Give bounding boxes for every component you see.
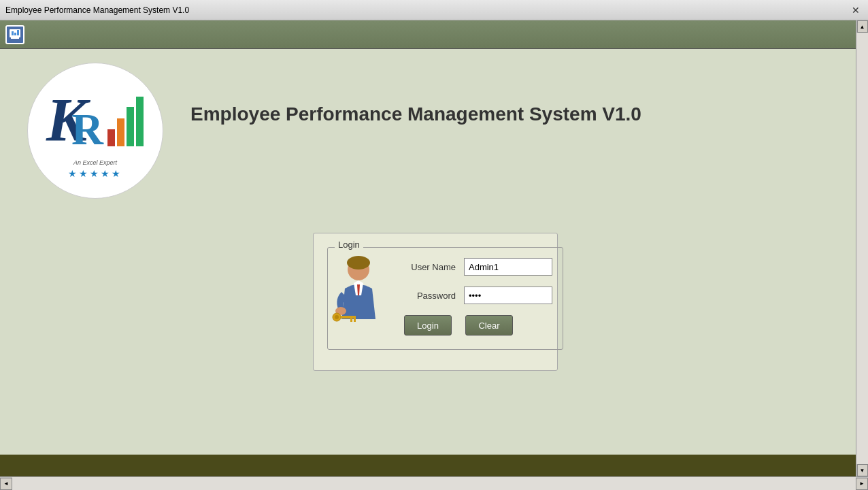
svg-rect-20 <box>354 318 356 322</box>
svg-text:★★★★★: ★★★★★ <box>68 168 122 179</box>
svg-point-17 <box>335 315 339 319</box>
bottom-bar <box>0 455 868 476</box>
clear-button[interactable]: Clear <box>465 315 513 336</box>
vertical-scrollbar[interactable]: ▲ ▼ <box>856 20 868 476</box>
hscroll-track[interactable] <box>12 477 856 490</box>
scroll-up-button[interactable]: ▲ <box>857 20 868 33</box>
login-legend: Login <box>335 240 363 250</box>
login-box: Login <box>313 233 558 371</box>
svg-text:An Excel Expert: An Excel Expert <box>73 159 118 166</box>
toolbar-app-icon <box>5 25 24 44</box>
login-button[interactable]: Login <box>404 315 452 336</box>
password-row: Password <box>398 287 552 304</box>
password-input[interactable] <box>464 287 552 304</box>
svg-point-14 <box>347 256 370 270</box>
svg-rect-9 <box>127 107 134 146</box>
svg-rect-2 <box>12 31 14 35</box>
close-button[interactable]: ✕ <box>849 3 863 17</box>
password-label: Password <box>398 291 456 301</box>
svg-rect-8 <box>117 118 124 146</box>
svg-rect-4 <box>17 30 19 35</box>
person-key-icon <box>331 255 386 339</box>
window-title: Employee Performance Management System V… <box>5 5 189 15</box>
username-label: User Name <box>398 262 456 272</box>
horizontal-scrollbar[interactable]: ◄ ► <box>0 476 868 490</box>
scroll-down-button[interactable]: ▼ <box>857 464 868 476</box>
toolbar <box>0 20 868 49</box>
svg-rect-19 <box>350 318 352 322</box>
scroll-left-button[interactable]: ◄ <box>0 478 12 490</box>
main-content: K R An Excel Expert ★★★★★ Employee Perfo… <box>0 49 868 455</box>
scroll-right-button[interactable]: ► <box>856 478 868 490</box>
svg-rect-3 <box>14 33 16 35</box>
title-bar: Employee Performance Management System V… <box>0 0 868 20</box>
svg-rect-7 <box>107 129 115 146</box>
svg-rect-18 <box>341 316 356 318</box>
vscroll-track[interactable] <box>856 33 868 464</box>
username-row: User Name <box>398 258 552 276</box>
button-row: Login Clear <box>404 315 552 336</box>
logo-circle: K R An Excel Expert ★★★★★ <box>27 63 163 199</box>
username-input[interactable] <box>464 258 552 276</box>
app-title: Employee Performance Management System V… <box>190 103 641 125</box>
login-fieldset: Login <box>327 247 563 350</box>
svg-rect-1 <box>11 37 19 39</box>
svg-text:R: R <box>71 105 104 154</box>
svg-rect-10 <box>136 97 144 146</box>
